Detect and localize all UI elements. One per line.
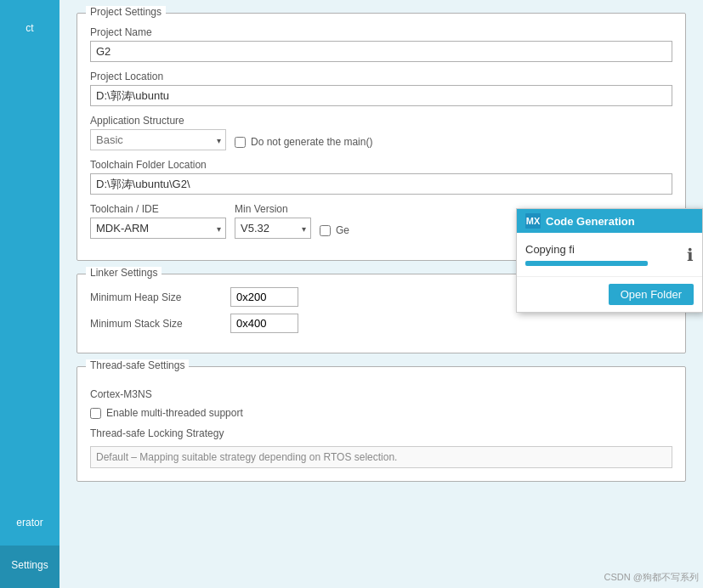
code-generation-popup: MX Code Generation Copying fi ℹ Open Fol… — [516, 208, 703, 313]
sidebar-item-erator[interactable]: erator — [0, 503, 60, 546]
sidebar-item-ct[interactable]: ct — [0, 8, 60, 44]
popup-header: MX Code Generation — [517, 209, 702, 233]
info-icon: ℹ — [687, 245, 694, 265]
open-folder-button[interactable]: Open Folder — [609, 284, 694, 305]
sidebar-item-erator-label: erator — [4, 517, 55, 529]
copying-text: Copying fi — [525, 243, 678, 256]
popup-progress-area: Copying fi — [525, 243, 678, 266]
progress-bar — [525, 261, 648, 266]
popup-header-title: Code Generation — [546, 215, 635, 228]
sidebar: ct erator Settings — [0, 0, 60, 588]
sidebar-item-ct-label: ct — [4, 22, 55, 34]
popup-mx-icon: MX — [525, 213, 541, 229]
popup-body: Copying fi ℹ — [517, 233, 702, 276]
sidebar-item-settings-label: Settings — [4, 559, 55, 571]
popup-footer: Open Folder — [517, 276, 702, 312]
main-content: Project Settings Project Name Project Lo… — [60, 0, 703, 588]
popup-overlay: MX Code Generation Copying fi ℹ Open Fol… — [60, 0, 703, 588]
sidebar-item-settings[interactable]: Settings — [0, 546, 60, 588]
